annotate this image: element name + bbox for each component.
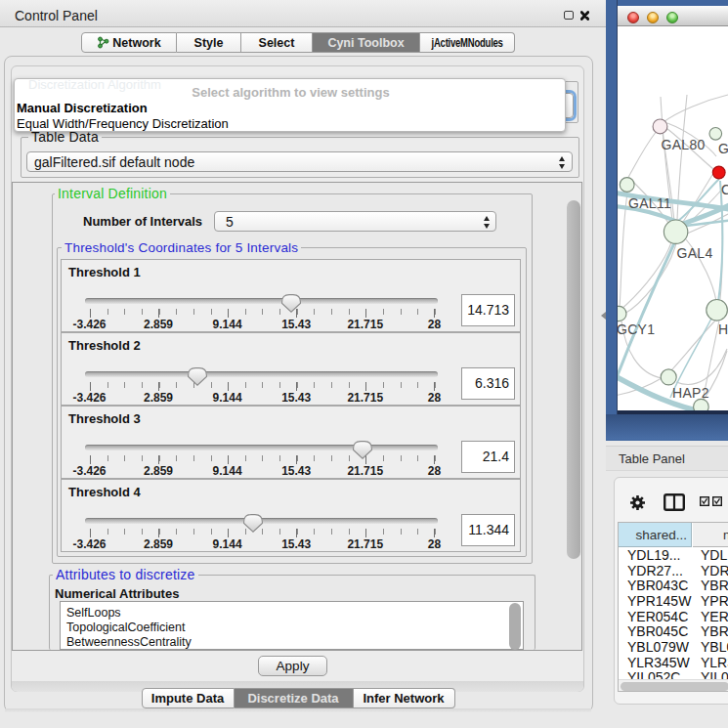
svg-text:GAL11: GAL11	[628, 195, 671, 211]
svg-text:G..: G..	[718, 141, 728, 156]
svg-text:GCY1: GCY1	[618, 321, 655, 337]
svg-text:H: H	[718, 321, 728, 337]
svg-text:C: C	[721, 182, 728, 197]
svg-text:GAL80: GAL80	[662, 137, 706, 152]
svg-text:HAP2: HAP2	[672, 385, 709, 401]
svg-text:GAL4: GAL4	[677, 245, 713, 261]
